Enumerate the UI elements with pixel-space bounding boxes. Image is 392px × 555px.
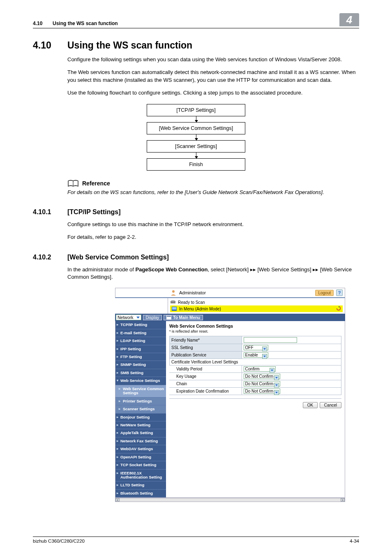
screenshot-sidebar: TCP/IP Setting E-mail Setting LDAP Setti…: [115, 321, 166, 497]
flowchart: [TCP/IP Settings] [Web Service Common Se…: [147, 104, 245, 171]
horizontal-scrollbar[interactable]: ‹ ›: [115, 498, 345, 502]
flow-step-finish: Finish: [147, 158, 245, 171]
section-4-10-heading: 4.10 Using the WS scan function: [33, 40, 359, 51]
row-label-publication: Publication Service: [170, 352, 242, 359]
status-ready: Ready to Scan: [178, 300, 205, 305]
svg-rect-4: [172, 307, 176, 310]
menu-icon: [166, 315, 171, 319]
intro-paragraph-1: Configure the following settings when yo…: [67, 56, 359, 64]
chapter-badge: 4: [339, 13, 359, 26]
flow-arrow-icon: [196, 134, 196, 140]
subsection-number: 4.10.2: [33, 254, 67, 261]
status-mode: In Menu (Admin Mode): [179, 307, 221, 311]
settings-table: Friendly Name* SSL Setting OFF Publicati…: [169, 336, 341, 395]
admin-screenshot: Administrator Logout ? Ready to Scan In …: [115, 288, 345, 502]
row-label-validity: Validity Period: [170, 365, 242, 373]
s1-paragraph-1: Configure settings to use this machine i…: [67, 221, 359, 229]
printer-icon: [170, 300, 176, 305]
row-label-ssl: SSL Setting: [170, 344, 242, 352]
reference-block: Reference For details on the WS scan fun…: [67, 180, 359, 196]
sidebar-item-tcpsocket[interactable]: TCP Socket Setting: [115, 461, 166, 469]
sidebar-item-ieee8021x[interactable]: IEEE802.1X Authentication Setting: [115, 469, 166, 482]
s2-paragraph-1: In the administrator mode of PageScope W…: [67, 266, 359, 282]
sidebar-item-bluetooth[interactable]: Bluetooth Setting: [115, 490, 166, 497]
runhead-section-title: Using the WS scan function: [53, 21, 118, 26]
row-label-keyusage: Key Usage: [170, 373, 242, 380]
sidebar-item-smb[interactable]: SMB Setting: [115, 369, 166, 377]
screenshot-topbar: Administrator Logout ?: [115, 288, 345, 298]
sidebar-item-ftp[interactable]: FTP Setting: [115, 353, 166, 361]
flow-step-scanner[interactable]: [Scanner Settings]: [147, 140, 245, 153]
running-header: 4.10 Using the WS scan function 4: [33, 13, 359, 28]
sidebar-item-printer-settings[interactable]: Printer Settings: [115, 398, 166, 405]
help-button[interactable]: ?: [336, 289, 343, 296]
subsection-title-text: [Web Service Common Settings]: [67, 254, 169, 261]
screenshot-statusbar: Ready to Scan In Menu (Admin Mode): [168, 298, 345, 314]
panel-title: Web Service Common Settings: [169, 324, 341, 328]
screenshot-menubar: Network Display To Main Menu: [115, 314, 345, 321]
sidebar-item-webdav[interactable]: WebDAV Settings: [115, 445, 166, 453]
ok-button[interactable]: OK: [303, 402, 318, 408]
runhead-section-no: 4.10: [33, 21, 53, 26]
scroll-left-icon[interactable]: ‹: [115, 498, 120, 502]
panel-note: * is reflected after reset.: [169, 329, 341, 333]
expdate-select[interactable]: Do Not Confirm: [244, 388, 281, 394]
flow-arrow-icon: [196, 116, 196, 122]
footer-product: bizhub C360/C280/C220: [33, 539, 85, 543]
validity-select[interactable]: Confirm: [244, 366, 276, 372]
row-label-chain: Chain: [170, 380, 242, 388]
panel-icon: [171, 306, 177, 311]
book-icon: [67, 180, 79, 187]
svg-rect-6: [167, 316, 171, 317]
display-button[interactable]: Display: [143, 315, 162, 320]
cancel-button[interactable]: Cancel: [320, 402, 341, 408]
footer-page: 4-34: [350, 539, 359, 543]
chain-select[interactable]: Do Not Confirm: [244, 381, 281, 386]
sidebar-item-ldap[interactable]: LDAP Setting: [115, 337, 166, 345]
section-title-text: Using the WS scan function: [67, 40, 192, 51]
subsection-title-text: [TCP/IP Settings]: [67, 208, 121, 216]
publication-select[interactable]: Enable: [244, 352, 268, 358]
refresh-button[interactable]: [336, 306, 341, 312]
subsection-number: 4.10.1: [33, 208, 67, 216]
scroll-right-icon[interactable]: ›: [341, 498, 345, 502]
keyusage-select[interactable]: Do Not Confirm: [244, 374, 281, 379]
reference-text: For details on the WS scan functions, re…: [67, 189, 359, 196]
flow-step-tcpip[interactable]: [TCP/IP Settings]: [147, 104, 245, 116]
section-number: 4.10: [33, 40, 67, 51]
user-icon: [170, 289, 177, 296]
sidebar-item-lltd[interactable]: LLTD Setting: [115, 481, 166, 489]
page-footer: bizhub C360/C280/C220 4-34: [33, 536, 359, 543]
screenshot-main: Web Service Common Settings * is reflect…: [166, 321, 345, 497]
intro-paragraph-3: Use the following flowchart to configure…: [67, 89, 359, 97]
flow-step-webservice-common[interactable]: [Web Service Common Settings]: [147, 122, 245, 134]
sidebar-item-openapi[interactable]: OpenAPI Setting: [115, 453, 166, 461]
row-label-cert-head: Certificate Verification Level Settings: [170, 359, 341, 365]
admin-label: Administrator: [170, 289, 206, 296]
sidebar-item-email[interactable]: E-mail Setting: [115, 329, 166, 337]
intro-paragraph-2: The Web services function can automatica…: [67, 69, 359, 84]
svg-rect-2: [171, 300, 175, 301]
flow-arrow-icon: [196, 153, 196, 158]
sidebar-item-networkfax[interactable]: Network Fax Setting: [115, 437, 166, 445]
ssl-select[interactable]: OFF: [244, 345, 268, 350]
friendly-name-input[interactable]: [244, 337, 297, 343]
sidebar-item-bonjour[interactable]: Bonjour Setting: [115, 414, 166, 421]
sidebar-item-web-service[interactable]: Web Service Settings: [115, 377, 166, 385]
row-label-friendly-name: Friendly Name*: [170, 336, 242, 344]
section-4-10-2-heading: 4.10.2 [Web Service Common Settings]: [33, 254, 359, 261]
svg-point-0: [172, 290, 175, 293]
refresh-icon: [336, 306, 341, 311]
sidebar-item-appletalk[interactable]: AppleTalk Setting: [115, 429, 166, 437]
sidebar-item-scanner-settings[interactable]: Scanner Settings: [115, 405, 166, 413]
logout-button[interactable]: Logout: [315, 290, 334, 296]
row-label-expdate: Expiration Date Confirmation: [170, 388, 242, 395]
sidebar-item-tcpip[interactable]: TCP/IP Setting: [115, 321, 166, 329]
category-select[interactable]: Network: [116, 314, 141, 320]
sidebar-item-ws-common[interactable]: Web Service Common Settings: [115, 385, 166, 398]
to-main-menu-button[interactable]: To Main Menu: [164, 315, 203, 320]
sidebar-item-netware[interactable]: NetWare Setting: [115, 421, 166, 429]
sidebar-item-ipp[interactable]: IPP Setting: [115, 345, 166, 353]
sidebar-item-snmp[interactable]: SNMP Setting: [115, 361, 166, 369]
divider: [169, 398, 341, 399]
